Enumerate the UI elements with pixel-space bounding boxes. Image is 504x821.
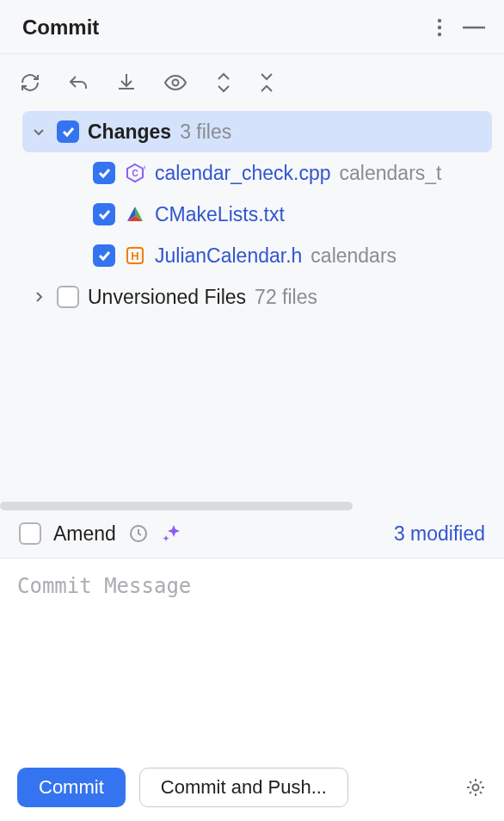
svg-text:H: H (131, 250, 138, 262)
changes-tree: Changes 3 files C+ calendar_check.cpp ca… (0, 111, 504, 318)
file-row[interactable]: CMakeLists.txt (22, 194, 492, 235)
changes-checkbox[interactable] (57, 120, 79, 143)
cmake-file-icon (124, 203, 146, 225)
file-name: CMakeLists.txt (155, 203, 285, 226)
chevron-right-icon[interactable] (29, 290, 48, 304)
file-checkbox[interactable] (93, 244, 115, 267)
svg-point-1 (438, 26, 441, 29)
svg-point-4 (173, 80, 179, 86)
refresh-icon[interactable] (19, 71, 41, 94)
panel-title: Commit (22, 15, 99, 40)
commit-message-input[interactable] (17, 574, 487, 739)
shelve-icon[interactable] (115, 71, 138, 94)
unversioned-label: Unversioned Files (88, 286, 246, 309)
svg-point-0 (438, 19, 441, 22)
file-name: JulianCalendar.h (155, 244, 302, 268)
history-icon[interactable] (128, 523, 149, 544)
file-row[interactable]: C+ calendar_check.cpp calendars_t (22, 152, 492, 194)
modified-status[interactable]: 3 modified (394, 522, 485, 546)
more-icon[interactable] (437, 18, 442, 37)
unversioned-group[interactable]: Unversioned Files 72 files (22, 276, 492, 318)
preview-icon[interactable] (163, 71, 189, 94)
amend-checkbox[interactable] (19, 522, 41, 545)
commit-and-push-button[interactable]: Commit and Push... (139, 768, 348, 807)
amend-label: Amend (53, 522, 116, 546)
commit-button[interactable]: Commit (17, 768, 126, 807)
svg-text:+: + (143, 164, 145, 172)
unversioned-count: 72 files (255, 286, 317, 309)
ai-sparkle-icon[interactable] (161, 522, 183, 545)
gear-icon[interactable] (464, 776, 487, 799)
file-checkbox[interactable] (93, 162, 115, 184)
svg-point-2 (438, 33, 441, 36)
toolbar (0, 54, 504, 111)
file-name: calendar_check.cpp (155, 162, 331, 185)
file-path: calendars_t (340, 162, 442, 185)
expand-collapse-icon[interactable] (215, 71, 232, 94)
unversioned-checkbox[interactable] (57, 286, 79, 308)
cpp-file-icon: C+ (124, 162, 146, 184)
changes-label: Changes (88, 120, 171, 144)
file-checkbox[interactable] (93, 203, 115, 225)
changes-group[interactable]: Changes 3 files (22, 111, 492, 152)
horizontal-scrollbar[interactable] (0, 502, 504, 510)
header-file-icon: H (124, 244, 146, 267)
svg-text:C: C (132, 169, 138, 178)
svg-point-10 (473, 785, 479, 791)
minimize-icon[interactable] (463, 26, 485, 29)
file-path: calendars (310, 244, 396, 268)
changes-count: 3 files (180, 120, 231, 144)
chevron-down-icon[interactable] (29, 125, 48, 139)
rollback-icon[interactable] (67, 71, 89, 94)
scrollbar-thumb[interactable] (0, 502, 353, 510)
collapse-all-icon[interactable] (258, 71, 275, 94)
file-row[interactable]: H JulianCalendar.h calendars (22, 235, 492, 276)
